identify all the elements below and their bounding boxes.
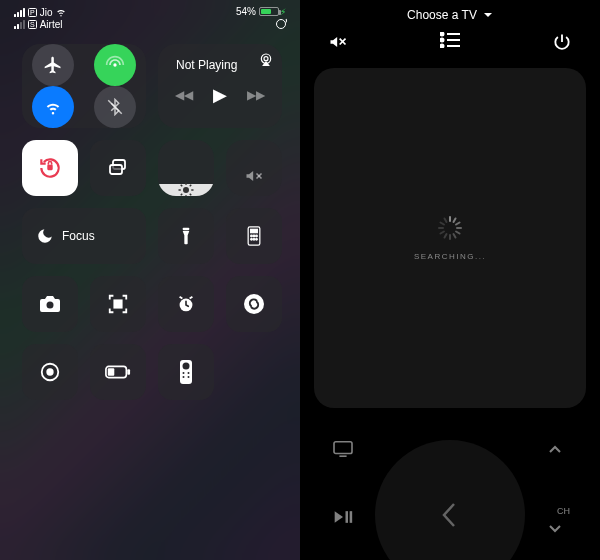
cellular-data-toggle[interactable]: [94, 44, 136, 86]
svg-point-3: [264, 57, 268, 61]
shazam-button[interactable]: [226, 276, 282, 332]
calculator-icon: [244, 224, 264, 248]
airplane-icon: [43, 55, 63, 75]
qr-icon: [107, 293, 129, 315]
apple-tv-remote-button[interactable]: [158, 344, 214, 400]
calculator-button[interactable]: [226, 208, 282, 264]
menu-list-button[interactable]: [440, 32, 460, 52]
wifi-icon: [43, 97, 63, 117]
svg-line-34: [190, 297, 193, 299]
svg-line-33: [180, 297, 183, 299]
status-bar: P Jio S Airtel 54% ⚡︎: [0, 0, 300, 32]
airplane-mode-toggle[interactable]: [32, 44, 74, 86]
now-playing-label: Not Playing: [176, 58, 270, 72]
svg-point-35: [244, 294, 264, 314]
flashlight-button[interactable]: [158, 208, 214, 264]
chevron-down-icon: [548, 524, 562, 534]
screen-mirroring-icon: [106, 156, 130, 180]
carrier1-label: Jio: [40, 7, 53, 18]
wifi-toggle[interactable]: [32, 86, 74, 128]
play-pause-button[interactable]: [318, 496, 368, 538]
svg-point-0: [113, 63, 116, 66]
connectivity-cluster[interactable]: [22, 44, 146, 128]
svg-line-12: [181, 185, 183, 187]
wifi-icon: [55, 6, 67, 18]
directional-pad[interactable]: [375, 440, 525, 560]
choose-tv-label: Choose a TV: [407, 8, 477, 22]
focus-label: Focus: [62, 229, 95, 243]
svg-point-43: [183, 372, 185, 374]
svg-point-45: [183, 376, 185, 378]
svg-rect-4: [47, 165, 52, 170]
low-power-icon: [105, 365, 131, 379]
volume-slider[interactable]: [226, 140, 282, 196]
bluetooth-toggle[interactable]: [94, 86, 136, 128]
svg-point-26: [256, 239, 258, 241]
svg-point-46: [188, 376, 190, 378]
low-power-button[interactable]: [90, 344, 146, 400]
svg-point-21: [251, 235, 253, 237]
channel-up-button[interactable]: [530, 428, 580, 470]
svg-rect-58: [350, 511, 353, 523]
svg-rect-40: [108, 368, 115, 375]
control-center-grid: Not Playing ◀◀ ▶ ▶▶ Focus: [0, 32, 300, 410]
sim2-badge: S: [28, 20, 37, 29]
svg-point-24: [251, 239, 253, 241]
rotation-lock-icon: [37, 155, 63, 181]
chevron-up-icon: [548, 444, 562, 454]
channel-down-button[interactable]: [530, 508, 580, 550]
previous-track-button[interactable]: ◀◀: [175, 88, 193, 102]
bluetooth-icon: [106, 98, 124, 116]
svg-rect-6: [110, 165, 122, 174]
tv-app-button[interactable]: [318, 428, 368, 470]
svg-rect-55: [334, 442, 352, 454]
camera-icon: [38, 294, 62, 314]
screen-record-button[interactable]: [22, 344, 78, 400]
speaker-mute-icon: [328, 32, 348, 52]
carrier2-label: Airtel: [40, 19, 63, 30]
svg-line-13: [190, 194, 192, 196]
svg-point-44: [188, 372, 190, 374]
choose-tv-button[interactable]: Choose a TV: [300, 0, 600, 28]
power-button[interactable]: [552, 32, 572, 52]
svg-rect-31: [119, 305, 122, 308]
svg-point-53: [441, 45, 444, 48]
svg-point-42: [183, 363, 190, 370]
now-playing-tile[interactable]: Not Playing ◀◀ ▶ ▶▶: [158, 44, 282, 128]
svg-point-27: [47, 302, 54, 309]
svg-rect-30: [114, 305, 117, 308]
qr-scanner-button[interactable]: [90, 276, 146, 332]
svg-rect-39: [127, 369, 130, 375]
shazam-icon: [242, 292, 266, 316]
mute-button[interactable]: [328, 32, 348, 52]
airplay-icon[interactable]: [258, 52, 274, 68]
power-icon: [552, 32, 572, 52]
screen-mirroring-button[interactable]: [90, 140, 146, 196]
camera-button[interactable]: [22, 276, 78, 332]
svg-line-15: [190, 185, 192, 187]
svg-point-25: [253, 239, 255, 241]
chevron-down-icon: [483, 10, 493, 20]
flashlight-icon: [176, 224, 196, 248]
battery-percent: 54%: [236, 6, 256, 17]
svg-point-23: [256, 235, 258, 237]
svg-rect-29: [119, 300, 122, 303]
mute-icon: [244, 166, 264, 186]
svg-point-7: [183, 187, 189, 193]
svg-line-14: [181, 194, 183, 196]
svg-point-51: [441, 39, 444, 42]
rotation-lock-toggle[interactable]: [22, 140, 78, 196]
focus-tile[interactable]: Focus: [22, 208, 146, 264]
brightness-slider[interactable]: [158, 140, 214, 196]
next-track-button[interactable]: ▶▶: [247, 88, 265, 102]
alarm-icon: [175, 293, 197, 315]
list-icon: [440, 32, 460, 48]
tv-icon: [332, 440, 354, 458]
battery-icon: [259, 7, 279, 16]
searching-label: SEARCHING...: [414, 252, 486, 261]
remote-touchpad[interactable]: SEARCHING...: [314, 68, 586, 408]
moon-icon: [36, 227, 54, 245]
sim1-badge: P: [28, 8, 37, 17]
alarm-button[interactable]: [158, 276, 214, 332]
play-button[interactable]: ▶: [213, 84, 227, 106]
